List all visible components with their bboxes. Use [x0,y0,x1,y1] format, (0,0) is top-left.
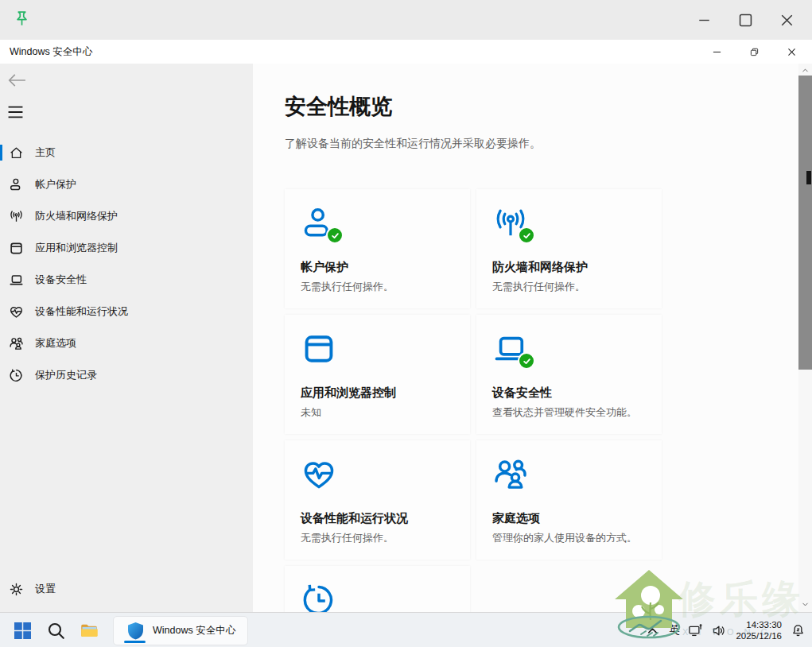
app-window-controls [698,40,810,64]
app-titlebar: Windows 安全中心 [0,40,812,64]
sidebar-item-protection-history[interactable]: 保护历史记录 [0,359,253,391]
gear-icon [9,582,24,597]
active-app-indicator [124,641,146,643]
taskbar-left: Windows 安全中心 [13,613,248,647]
person-icon [9,177,24,192]
sidebar-item-firewall-network[interactable]: 防火墙和网络保护 [0,200,253,232]
main-content: 安全性概览 了解设备当前的安全性和运行情况并采取必要操作。 帐户保护 无需执行任… [253,64,798,612]
vertical-scrollbar [798,64,812,612]
sidebar-item-label: 设备安全性 [35,273,87,287]
overlay-close-button[interactable] [766,0,807,40]
card-title: 家庭选项 [492,511,646,526]
sidebar: 主页 帐户保护 防火墙和网络保护 应用和浏览器控制 [0,64,253,612]
sidebar-item-account-protection[interactable]: 帐户保护 [0,169,253,200]
app-minimize-button[interactable] [698,40,736,64]
heart-pulse-icon [301,456,337,493]
back-arrow-icon[interactable] [7,73,26,87]
security-cards-grid: 帐户保护 无需执行任何操作。 防火墙和网络保护 无需执行任何操作。 应用和浏览 [285,189,662,612]
card-device-performance[interactable]: 设备性能和运行状况 无需执行任何操作。 [285,440,470,560]
app-close-button[interactable] [773,40,810,64]
page-subtitle: 了解设备当前的安全性和运行情况并采取必要操作。 [285,137,541,151]
card-title: 防火墙和网络保护 [492,260,646,275]
heart-pulse-icon [9,304,24,320]
app-window-icon [9,241,24,256]
app-window-body: 主页 帐户保护 防火墙和网络保护 应用和浏览器控制 [0,64,812,612]
card-protection-history[interactable] [285,566,470,612]
tray-date: 2025/12/16 [736,630,782,641]
chevron-up-icon[interactable] [645,623,660,638]
scrollbar-down-icon[interactable] [801,600,810,609]
sidebar-item-device-performance[interactable]: 设备性能和运行状况 [0,296,253,327]
card-app-browser-control[interactable]: 应用和浏览器控制 未知 [285,315,470,434]
sidebar-item-label: 帐户保护 [35,177,76,192]
overlay-window-controls [683,0,807,40]
sidebar-item-app-browser-control[interactable]: 应用和浏览器控制 [0,232,253,264]
sidebar-item-label: 保护历史记录 [35,368,97,382]
card-title: 应用和浏览器控制 [301,385,454,401]
card-firewall-network[interactable]: 防火墙和网络保护 无需执行任何操作。 [476,189,662,308]
sidebar-settings: 设置 [0,573,253,605]
scrollbar-thumb[interactable] [798,76,812,370]
hamburger-menu-icon[interactable] [7,105,24,119]
sidebar-item-label: 家庭选项 [35,336,76,351]
sidebar-item-label: 主页 [35,145,56,160]
screen: Windows 安全中心 主页 帐户保护 [0,0,812,647]
green-check-badge [518,227,535,244]
app-title: Windows 安全中心 [10,40,92,64]
network-antenna-icon [9,209,24,224]
sidebar-item-label: 设备性能和运行状况 [35,304,128,319]
mouse-cursor [806,171,811,184]
taskbar: Windows 安全中心 英 14:33:30 2025/12/16 [0,612,812,647]
bell-dnd-icon[interactable] [791,623,806,638]
card-status: 无需执行任何操作。 [492,280,646,294]
card-status: 无需执行任何操作。 [301,531,454,545]
app-restore-button[interactable] [736,40,773,64]
family-icon [9,336,24,351]
taskbar-app-label: Windows 安全中心 [153,624,235,637]
overlay-window-titlebar [0,0,812,40]
history-clock-icon [301,582,337,612]
windows-start-icon[interactable] [13,621,33,641]
card-title: 设备性能和运行状况 [301,511,454,526]
sidebar-item-home[interactable]: 主页 [0,137,253,169]
taskbar-app-button-windows-security[interactable]: Windows 安全中心 [113,616,248,645]
card-status: 管理你的家人使用设备的方式。 [492,531,646,545]
search-icon[interactable] [46,621,66,641]
sidebar-item-label: 设置 [35,582,56,596]
taskbar-clock[interactable]: 14:33:30 2025/12/16 [736,619,782,641]
home-icon [9,145,24,161]
sidebar-item-settings[interactable]: 设置 [0,573,253,605]
page-title: 安全性概览 [285,92,392,121]
laptop-icon [9,273,24,288]
display-connect-icon[interactable] [688,623,703,638]
card-title: 设备安全性 [492,385,646,401]
card-status: 未知 [301,405,454,420]
card-title: 帐户保护 [301,260,454,275]
ime-indicator[interactable]: 英 [669,623,680,637]
scrollbar-up-icon[interactable] [801,66,810,75]
defender-shield-icon [126,621,146,641]
selected-indicator [0,145,2,161]
green-check-badge [326,227,344,244]
green-check-badge [518,352,535,370]
card-family-options[interactable]: 家庭选项 管理你的家人使用设备的方式。 [476,440,662,560]
card-account-protection[interactable]: 帐户保护 无需执行任何操作。 [285,189,470,308]
history-clock-icon [9,368,24,383]
overlay-maximize-button[interactable] [725,0,766,40]
system-tray: 英 14:33:30 2025/12/16 [645,613,806,647]
sidebar-item-label: 防火墙和网络保护 [35,209,118,223]
speaker-icon[interactable] [712,623,727,638]
pushpin-icon[interactable] [11,9,33,30]
overlay-minimize-button[interactable] [683,0,725,40]
card-status: 无需执行任何操作。 [301,280,454,294]
sidebar-item-device-security[interactable]: 设备安全性 [0,264,253,296]
app-window-icon [301,331,337,367]
card-status: 查看状态并管理硬件安全功能。 [492,405,646,420]
sidebar-item-family-options[interactable]: 家庭选项 [0,327,253,359]
family-icon [492,456,529,493]
file-explorer-folder-icon[interactable] [80,621,99,641]
sidebar-item-label: 应用和浏览器控制 [35,241,118,255]
sidebar-nav: 主页 帐户保护 防火墙和网络保护 应用和浏览器控制 [0,137,253,391]
tray-time: 14:33:30 [736,619,782,630]
card-device-security[interactable]: 设备安全性 查看状态并管理硬件安全功能。 [476,315,662,434]
